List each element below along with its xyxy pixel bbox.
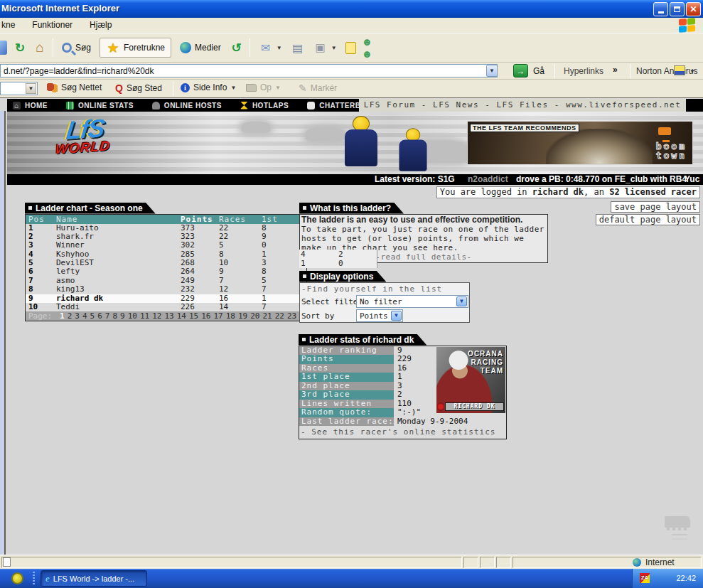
ladder-col-header[interactable]: Name [56, 215, 78, 224]
highlight-button[interactable]: ✎ Markér [299, 82, 337, 94]
address-input[interactable] [0, 64, 498, 77]
page-number-12[interactable]: 12 [152, 311, 161, 321]
stats-value: ":-)" [394, 408, 421, 417]
sort-dropdown-icon[interactable]: ▼ [391, 311, 402, 321]
filter-select[interactable]: No filter ▼ [356, 295, 468, 308]
favorites-button[interactable]: ★ Foretrukne [100, 38, 171, 58]
stats-label: Random quote: [299, 408, 394, 417]
sitenav-item-hosts[interactable]: ONLINE HOSTS [152, 102, 222, 109]
page-number-14[interactable]: 14 [177, 311, 186, 321]
overflow-chevron-icon[interactable]: » [613, 65, 618, 75]
page-number-23[interactable]: 23 [287, 311, 296, 321]
go-button[interactable]: → [513, 64, 528, 77]
page-number-1[interactable]: 1 [60, 311, 65, 321]
norton-antivirus-icon[interactable] [674, 65, 685, 75]
online-statistics-link[interactable]: - See this racer's online statistics [299, 426, 506, 439]
hyperlinks-label[interactable]: Hyperlinks [564, 66, 603, 76]
page-number-13[interactable]: 13 [164, 311, 173, 321]
zonealarm-tray-icon[interactable]: ZA [640, 573, 650, 583]
default-layout-button[interactable]: default page layout [596, 214, 700, 225]
page-number-8[interactable]: 8 [112, 311, 117, 321]
media-label: Medier [195, 43, 221, 53]
up-button[interactable]: Op ▼ [246, 82, 281, 92]
go-label[interactable]: Gå [533, 66, 544, 76]
side-info-button[interactable]: i Side Info ▼ [181, 82, 236, 92]
mail-button[interactable]: ✉ ▼ [256, 39, 285, 56]
page-number-11[interactable]: 11 [140, 311, 149, 321]
ladder-col-header[interactable]: Races [219, 215, 246, 224]
sitenav-item-home[interactable]: ⌂HOME [13, 102, 48, 109]
address-dropdown-icon[interactable]: ▼ [486, 65, 498, 77]
display-options-tab[interactable]: Display options [299, 271, 386, 282]
pager-label: Page: [28, 311, 52, 321]
page-number-22[interactable]: 22 [275, 311, 284, 321]
stats-label: Points [299, 355, 394, 364]
messenger-icon[interactable]: ☻☻ [362, 41, 376, 55]
menu-item-kne[interactable]: kne [1, 20, 15, 30]
ladder-chart-tab[interactable]: Ladder chart - Season one [25, 203, 156, 214]
minimize-button[interactable] [653, 2, 668, 16]
search-web-button[interactable]: Søg Nettet [47, 82, 102, 92]
home-icon[interactable]: ⌂ [33, 41, 47, 55]
clipped-toolbar-icon[interactable] [0, 41, 7, 55]
ad-banner[interactable]: THE LFS TEAM RECOMMENDS boom town [467, 121, 693, 165]
ladder-row[interactable]: 3Winner30250 [26, 241, 306, 250]
page-number-16[interactable]: 16 [201, 311, 210, 321]
media-button[interactable]: Medier [177, 41, 224, 55]
site-links[interactable]: LFS Forum - LFS News - LFS Files - www.l… [359, 99, 686, 112]
ladder-stats-tab[interactable]: Ladder stats of richard dk [299, 334, 426, 346]
norton-antivirus-label[interactable]: Norton AntiVirus [636, 66, 698, 76]
ladder-row[interactable]: 10Teddi226147 [26, 303, 306, 311]
filter-dropdown-icon[interactable]: ▼ [456, 296, 467, 306]
page-number-10[interactable]: 10 [128, 311, 137, 321]
ladder-info-tab[interactable]: What is this ladder? [299, 203, 404, 214]
menu-item-hjælp[interactable]: Hjælp [90, 20, 112, 30]
internet-zone-icon [633, 558, 641, 567]
lfs-logo-bottom: WORLD [55, 138, 112, 157]
save-layout-button[interactable]: save page layout [611, 201, 700, 213]
search-combo-dropdown-icon[interactable]: ▼ [26, 83, 36, 94]
sort-select[interactable]: Points ▼ [356, 309, 403, 322]
print-icon[interactable]: ▤ [291, 41, 305, 55]
search-combo[interactable]: ▼ [0, 82, 38, 95]
tray-clock[interactable]: 22:42 [676, 574, 696, 582]
page-number-7[interactable]: 7 [105, 311, 110, 321]
refresh-icon[interactable]: ↻ [13, 41, 27, 55]
search-site-button[interactable]: Q Søg Sted [115, 82, 162, 94]
page-number-17[interactable]: 17 [213, 311, 222, 321]
ladder-cell: 226 [181, 303, 195, 311]
edit-page-icon[interactable] [345, 42, 356, 54]
sitenav-item-hotlaps[interactable]: HOTLAPS [240, 102, 289, 109]
ladder-col-header[interactable]: Pos [28, 215, 45, 224]
ladder-stats-title: Ladder stats of richard dk [309, 335, 414, 345]
search-separator [173, 82, 173, 96]
page-number-18[interactable]: 18 [226, 311, 235, 321]
ladder-col-header[interactable]: 1st [262, 215, 278, 224]
size-button[interactable]: ▣ ▼ [311, 39, 340, 56]
ladder-col-header[interactable]: Points [181, 215, 213, 224]
size-dropdown-icon: ▼ [331, 45, 337, 51]
page-number-19[interactable]: 19 [238, 311, 247, 321]
history-icon[interactable]: ↺ [230, 41, 244, 55]
quicklaunch-clock-icon[interactable] [11, 572, 23, 584]
ladder-row[interactable]: 6lefty26498 [26, 267, 306, 276]
sitenav-item-stats[interactable]: ONLINE STATS [66, 102, 134, 109]
page-number-20[interactable]: 20 [250, 311, 259, 321]
find-yourself-link[interactable]: -Find yourself in the list [301, 284, 442, 294]
page-number-4[interactable]: 4 [82, 311, 87, 321]
ladder-row[interactable]: 8king13232127 [26, 285, 306, 294]
page-number-5[interactable]: 5 [90, 311, 95, 321]
search-button[interactable]: Søg [59, 41, 94, 54]
quicklaunch-separator[interactable] [33, 572, 35, 585]
page-number-21[interactable]: 21 [262, 311, 272, 321]
page-number-6[interactable]: 6 [97, 311, 102, 321]
task-button[interactable]: e LFS World -> ladder -... [41, 570, 147, 587]
page-number-9[interactable]: 9 [120, 311, 125, 321]
menu-item-funktioner[interactable]: Funktioner [32, 20, 73, 30]
page-number-2[interactable]: 2 [68, 311, 73, 321]
page-number-15[interactable]: 15 [189, 311, 198, 321]
page-number-3[interactable]: 3 [75, 311, 80, 321]
norton-dropdown-icon[interactable]: ▼ [689, 68, 695, 75]
restore-button[interactable] [670, 2, 685, 16]
close-button[interactable]: ✕ [686, 2, 701, 16]
